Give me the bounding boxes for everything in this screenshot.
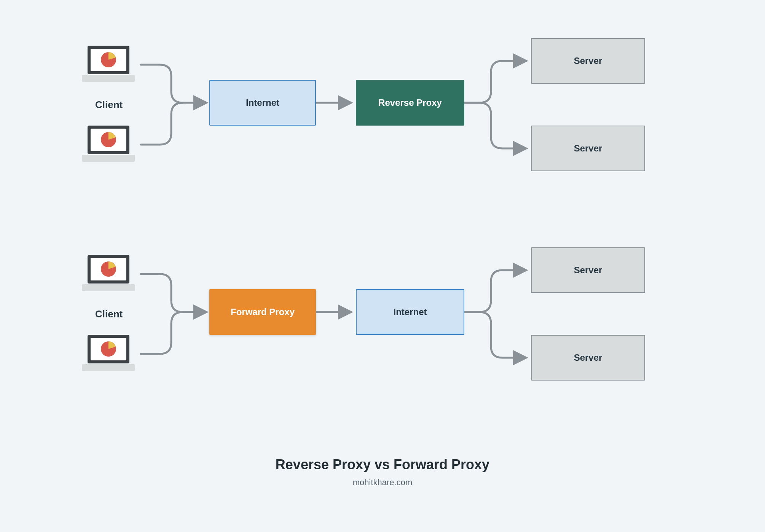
server-label: Server (574, 265, 602, 276)
reverse-proxy-box: Reverse Proxy (356, 80, 464, 126)
server-label: Server (574, 352, 602, 363)
internet-box: Internet (209, 80, 316, 126)
server-label: Server (574, 56, 602, 66)
diagram-title: Reverse Proxy vs Forward Proxy (0, 457, 765, 473)
server-box: Server (531, 126, 645, 171)
client-label: Client (95, 308, 123, 320)
client-laptop-icon (80, 253, 137, 295)
server-box: Server (531, 38, 645, 84)
client-laptop-icon (80, 124, 137, 166)
internet-label: Internet (246, 97, 279, 108)
svg-rect-10 (82, 284, 135, 291)
server-label: Server (574, 143, 602, 154)
diagram-subtitle: mohitkhare.com (0, 478, 765, 487)
forward-proxy-box: Forward Proxy (209, 289, 316, 335)
svg-rect-14 (82, 364, 135, 371)
client-laptop-icon (80, 333, 137, 375)
svg-rect-6 (82, 155, 135, 162)
internet-label: Internet (393, 307, 427, 317)
reverse-proxy-label: Reverse Proxy (378, 97, 442, 108)
svg-rect-2 (82, 75, 135, 82)
diagram-canvas: Client Internet Reverse Proxy Server Ser… (0, 0, 765, 532)
client-label: Client (95, 99, 123, 111)
server-box: Server (531, 247, 645, 293)
forward-proxy-label: Forward Proxy (231, 307, 295, 317)
internet-box: Internet (356, 289, 464, 335)
client-laptop-icon (80, 44, 137, 86)
server-box: Server (531, 335, 645, 381)
